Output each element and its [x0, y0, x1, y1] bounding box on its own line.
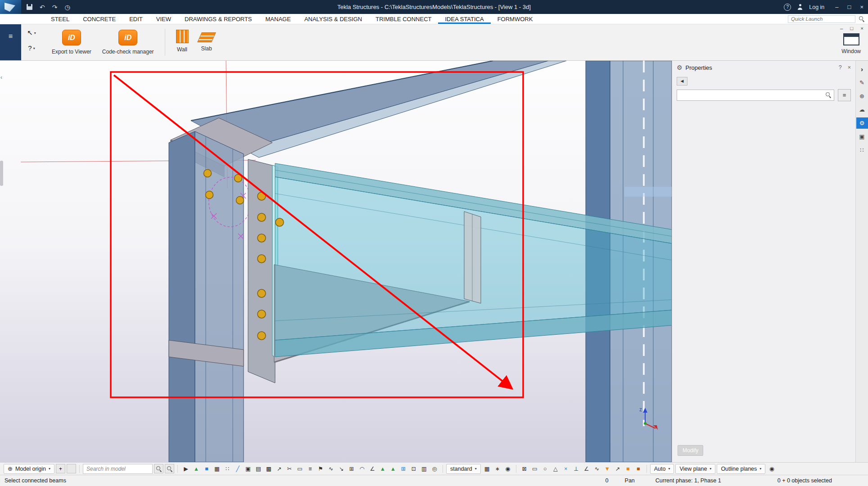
save-icon[interactable]: [27, 4, 32, 10]
snap-depth-icon[interactable]: ▼: [602, 464, 612, 474]
tab-view[interactable]: VIEW: [149, 14, 178, 24]
visibility-eye-icon[interactable]: ◉: [503, 464, 513, 474]
select-strands-icon[interactable]: ◠: [357, 464, 367, 474]
select-loads-icon[interactable]: ▲: [378, 464, 388, 474]
view-restore-button[interactable]: □: [850, 26, 853, 31]
select-angles-icon[interactable]: ∠: [367, 464, 377, 474]
help-icon[interactable]: ?: [784, 4, 791, 11]
snap-points-icon[interactable]: ⊠: [520, 464, 529, 474]
viewport-scroll-handle[interactable]: [0, 161, 3, 186]
select-fittings-icon[interactable]: ≡: [305, 464, 315, 474]
quick-launch-search-icon[interactable]: [859, 16, 864, 22]
search-window-button[interactable]: [165, 464, 174, 473]
tab-concrete[interactable]: CONCRETE: [76, 14, 122, 24]
smart-select-icon[interactable]: ∗: [493, 464, 502, 474]
trimble-connect-cloud-icon[interactable]: ☁: [856, 104, 868, 115]
undo-icon[interactable]: ↶: [40, 4, 45, 11]
search-model-button[interactable]: [154, 464, 163, 473]
model-cube-icon[interactable]: ▣: [856, 131, 868, 142]
chevron-down-icon[interactable]: ▾: [34, 31, 36, 35]
slab-button[interactable]: Slab: [195, 29, 218, 53]
select-grids-icon[interactable]: ▩: [264, 464, 274, 474]
properties-search-input[interactable]: [677, 90, 834, 101]
select-surfaces-icon[interactable]: ▤: [253, 464, 263, 474]
login-link[interactable]: Log in: [809, 4, 824, 10]
auto-dropdown[interactable]: Auto ▾: [650, 464, 674, 474]
snap-direction-icon[interactable]: ↗: [613, 464, 623, 474]
menu-burger-button[interactable]: ≡: [0, 24, 21, 60]
select-mesh-icon[interactable]: ⊞: [347, 464, 357, 474]
snap-grid-icon[interactable]: ▦: [482, 464, 492, 474]
tab-formwork[interactable]: FORMWORK: [491, 14, 540, 24]
code-check-manager-button[interactable]: iD Code-check manager: [98, 29, 158, 56]
snap-midpoints-icon[interactable]: △: [551, 464, 561, 474]
tab-manage[interactable]: MANAGE: [259, 14, 298, 24]
viewport-collapse-icon[interactable]: ‹: [0, 74, 2, 81]
context-help-tool-button[interactable]: ? ▾: [28, 44, 35, 52]
select-cursor-icon[interactable]: ▶: [181, 464, 191, 474]
export-to-viewer-button[interactable]: iD Export to Viewer: [47, 29, 96, 56]
select-points-icon[interactable]: ∷: [222, 464, 232, 474]
model-origin-dropdown[interactable]: ⊕ Model origin ▾: [4, 464, 54, 474]
snap-ortho-icon[interactable]: ■: [633, 464, 643, 474]
view-plane-dropdown[interactable]: View plane ▾: [675, 464, 715, 474]
outline-visibility-icon[interactable]: ◉: [767, 464, 777, 474]
outline-planes-dropdown[interactable]: Outline planes ▾: [717, 464, 765, 474]
selection-filter-dropdown[interactable]: standard ▾: [446, 464, 481, 474]
model-search-input[interactable]: [83, 464, 153, 474]
model-viewport[interactable]: ‹: [0, 61, 672, 462]
select-bolts-icon[interactable]: ⊡: [409, 464, 419, 474]
select-lines-icon[interactable]: ╱: [233, 464, 243, 474]
maximize-button[interactable]: □: [848, 4, 851, 10]
tab-idea-statica[interactable]: IDEA STATICA: [438, 14, 490, 24]
modify-button[interactable]: Modify: [678, 445, 703, 456]
snap-plane-icon[interactable]: ■: [623, 464, 633, 474]
property-list-button[interactable]: ≡: [838, 89, 851, 101]
select-assemblies-icon[interactable]: ▣: [243, 464, 253, 474]
select-planes-icon[interactable]: ⊞: [398, 464, 408, 474]
snap-circles-icon[interactable]: ○: [540, 464, 550, 474]
select-views-icon[interactable]: ▭: [295, 464, 305, 474]
collapse-chevron-icon[interactable]: ›: [856, 63, 868, 75]
properties-close-icon[interactable]: ×: [848, 64, 851, 71]
select-cuts-icon[interactable]: ✂: [285, 464, 294, 474]
tab-drawings-reports[interactable]: DRAWINGS & REPORTS: [178, 14, 259, 24]
reference-models-icon[interactable]: ⊕: [856, 90, 868, 102]
select-parts-icon[interactable]: ■: [202, 464, 212, 474]
tab-edit[interactable]: EDIT: [122, 14, 149, 24]
properties-help-icon[interactable]: ?: [839, 64, 842, 71]
minimize-button[interactable]: –: [835, 4, 838, 10]
window-menu-button[interactable]: Window: [841, 33, 861, 54]
select-components-icon[interactable]: ▲: [191, 464, 201, 474]
pen-drawings-icon[interactable]: ✎: [856, 77, 868, 88]
select-reinforcement-icon[interactable]: ▥: [419, 464, 429, 474]
snap-geometry-lines-icon[interactable]: ▭: [530, 464, 540, 474]
applications-components-icon[interactable]: ∷: [856, 144, 868, 156]
origin-toggle-button[interactable]: [67, 464, 76, 473]
select-component-objects-icon[interactable]: ▲: [388, 464, 398, 474]
select-objects-icon[interactable]: ▦: [212, 464, 222, 474]
snap-perpendicular-icon[interactable]: ⊥: [571, 464, 581, 474]
search-icon[interactable]: [826, 92, 831, 98]
select-grid-lines-icon[interactable]: ↗: [274, 464, 284, 474]
view-minimize-button[interactable]: –: [840, 26, 843, 31]
view-close-button[interactable]: ×: [860, 26, 863, 31]
select-welds-icon[interactable]: ∿: [326, 464, 336, 474]
select-flags-icon[interactable]: ⚑: [316, 464, 326, 474]
viewport-3d-scene[interactable]: z: [0, 61, 672, 462]
history-icon[interactable]: ◷: [64, 4, 70, 11]
wall-button[interactable]: Wall: [172, 29, 193, 54]
select-tool-button[interactable]: ↖ ▾: [27, 29, 36, 37]
snap-freelines-icon[interactable]: ∿: [592, 464, 602, 474]
tab-trimble-connect[interactable]: TRIMBLE CONNECT: [369, 14, 438, 24]
properties-gear-icon[interactable]: ⚙: [856, 117, 868, 129]
select-rebar-icon[interactable]: ↘: [336, 464, 346, 474]
chevron-down-icon[interactable]: ▾: [33, 46, 35, 50]
tab-steel[interactable]: STEEL: [44, 14, 76, 24]
properties-back-button[interactable]: ◀: [677, 77, 687, 86]
select-filter-zoom-icon[interactable]: ◎: [429, 464, 439, 474]
tab-analysis-design[interactable]: ANALYSIS & DESIGN: [298, 14, 369, 24]
quick-launch-input[interactable]: [788, 15, 855, 23]
snap-intersections-icon[interactable]: ×: [561, 464, 571, 474]
snap-angles-icon[interactable]: ∠: [582, 464, 592, 474]
